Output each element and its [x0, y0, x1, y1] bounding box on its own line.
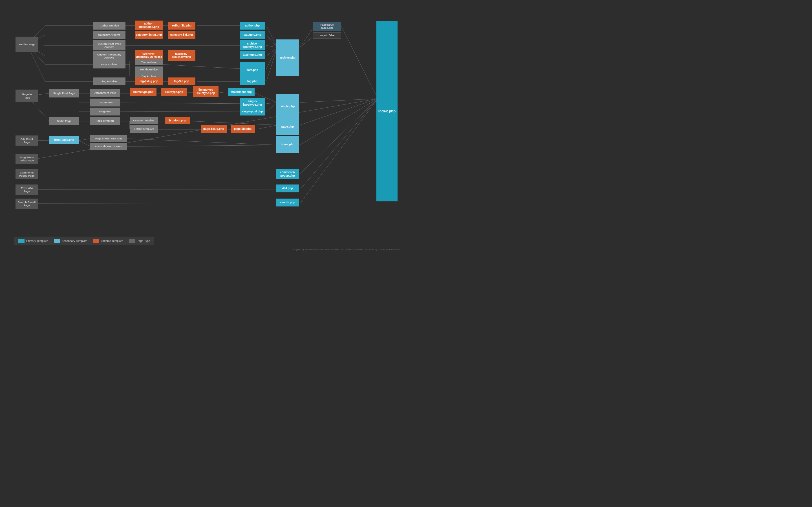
- svg-line-64: [191, 121, 277, 125]
- month-archive-node: Month Archive: [135, 66, 163, 73]
- legend-variable: Variable Template: [93, 239, 123, 243]
- attachment-post-node: Attachment Post: [90, 89, 120, 97]
- blog-posts-index-node: Blog PostsIndex Page: [15, 154, 38, 164]
- diagram-container: Archive Page Author Archive Category Arc…: [0, 0, 406, 253]
- svg-line-72: [127, 138, 277, 145]
- page-id-node: page-$id.php: [231, 125, 255, 133]
- home-php-node: home.php: [276, 136, 299, 153]
- svg-line-81: [300, 99, 378, 204]
- svg-line-79: [300, 99, 378, 190]
- custom-post-node: Custom Post: [90, 99, 120, 107]
- search-php-node: search.php: [276, 199, 299, 207]
- svg-line-77: [300, 99, 378, 174]
- page-php-node: page.php: [276, 118, 299, 135]
- legend-page-type-label: Page Type: [137, 239, 150, 242]
- error-404-php-node: 404.php: [276, 184, 299, 192]
- svg-line-68: [300, 99, 378, 125]
- svg-line-73: [127, 145, 277, 147]
- svg-line-80: [38, 204, 277, 204]
- paged-false-node: Paged: false: [313, 33, 341, 39]
- legend-page-type: Page Type: [129, 239, 150, 243]
- comments-popup-php-node: comments-popup.php: [276, 169, 299, 179]
- svg-line-56: [120, 111, 241, 112]
- single-posttype-node: single-$posttype.php: [240, 98, 265, 108]
- category-id-node: category-$id.php: [168, 31, 195, 39]
- default-template-node: Default Template: [130, 125, 158, 133]
- taxonomy-php-node: taxonomy.php: [240, 51, 265, 59]
- tag-id-node: tag-$id.php: [168, 77, 195, 86]
- category-slug-node: category-$slug.php: [135, 31, 163, 39]
- legend-page-type-color: [129, 239, 135, 243]
- svg-line-57: [266, 103, 277, 112]
- year-archive-node: Year Archive: [135, 59, 163, 65]
- svg-line-39: [300, 26, 314, 48]
- legend-secondary-color: [54, 239, 60, 243]
- author-id-node: author-$id.php: [168, 22, 195, 30]
- svg-line-25: [266, 48, 277, 56]
- svg-line-38: [266, 48, 277, 81]
- date-archive-node: Date Archive: [93, 61, 125, 68]
- front-page-php-node: front-page.php: [49, 136, 79, 144]
- comments-popup-page-node: CommentsPopup Page: [15, 169, 38, 179]
- legend-secondary-label: Secondary Template: [62, 239, 87, 242]
- svg-line-15: [266, 25, 277, 48]
- custom-post-type-node: Custom Post Type Archive: [93, 40, 125, 50]
- svg-line-41: [341, 26, 378, 99]
- single-php-node: single.php: [276, 94, 299, 118]
- svg-line-21: [266, 45, 277, 48]
- tag-php-node: tag.php: [240, 77, 265, 86]
- footer-text: Designed By Michelle Schulp of marktimem…: [292, 248, 400, 251]
- archive-posttype-node: archive-$posttype.php: [240, 40, 265, 50]
- category-php-node: category.php: [240, 31, 265, 39]
- category-archive-node: Category Archive: [93, 31, 125, 39]
- singular-page-node: SingularPage: [15, 90, 38, 102]
- custom-template-node: Custom Template: [130, 117, 158, 124]
- svg-line-58: [300, 99, 378, 103]
- author-nicename-node: author-$nicename.php: [135, 20, 163, 30]
- mimetype-php-node: $mimetype.php: [130, 88, 156, 96]
- svg-line-70: [79, 138, 90, 140]
- search-result-page-node: Search ResultPage: [15, 199, 38, 209]
- svg-line-33: [163, 64, 241, 69]
- svg-line-40: [300, 36, 314, 48]
- svg-line-34: [266, 48, 277, 69]
- svg-line-19: [266, 35, 277, 48]
- legend-secondary: Secondary Template: [54, 239, 87, 243]
- author-php-node: author.php: [240, 22, 265, 30]
- page-template-node: Page Template: [90, 117, 120, 125]
- legend-variable-color: [93, 239, 99, 243]
- attachment-php-node: attachment.php: [228, 88, 255, 96]
- legend: Primary Template Secondary Template Vari…: [14, 237, 154, 245]
- static-page-node: Static Page: [49, 117, 79, 125]
- scustom-php-node: $custom.php: [165, 117, 190, 124]
- mimetype-subtype-node: $mimetype$subtype.php: [193, 86, 218, 97]
- paged-true-node: Paged:truepaged.php: [313, 22, 341, 31]
- custom-taxonomy-node: Custom Taxonomy Archive: [93, 51, 125, 61]
- legend-variable-label: Variable Template: [101, 239, 123, 242]
- legend-primary: Primary Template: [18, 239, 48, 243]
- svg-line-71: [79, 140, 90, 147]
- subtype-php-node: $subtype.php: [161, 88, 187, 96]
- author-archive-node: Author Archive: [93, 22, 125, 30]
- archive-page-node: Archive Page: [15, 37, 38, 52]
- legend-primary-label: Primary Template: [26, 239, 48, 242]
- site-front-page-node: Site FrontPage: [15, 135, 38, 146]
- page-slug-node: page-$slug.php: [201, 125, 227, 133]
- svg-line-54: [120, 103, 241, 104]
- error-404-page-node: Error 404Page: [15, 184, 38, 194]
- svg-line-52: [220, 93, 229, 93]
- date-php-node: date.php: [240, 62, 265, 78]
- single-post-php-node: single-post.php: [240, 108, 265, 115]
- single-post-page-node: Single Post Page: [49, 89, 79, 98]
- svg-line-67: [257, 125, 277, 129]
- taxonomy-staxonomy-node: taxonomy-$taxonomy.php: [168, 50, 195, 61]
- posts-shown-on-front-node: Posts Shown On Front: [90, 143, 127, 150]
- archive-php-node: archive.php: [276, 40, 299, 76]
- svg-line-55: [266, 103, 277, 104]
- tag-slug-node: tag-$slug.php: [135, 77, 163, 86]
- svg-line-78: [38, 189, 277, 190]
- tag-archive-node: Tag Archive: [93, 77, 125, 86]
- index-php-node: index.php: [376, 21, 398, 202]
- blog-post-node: Blog Post: [90, 108, 120, 115]
- page-shown-on-front-node: Page Shown On Front: [90, 135, 127, 142]
